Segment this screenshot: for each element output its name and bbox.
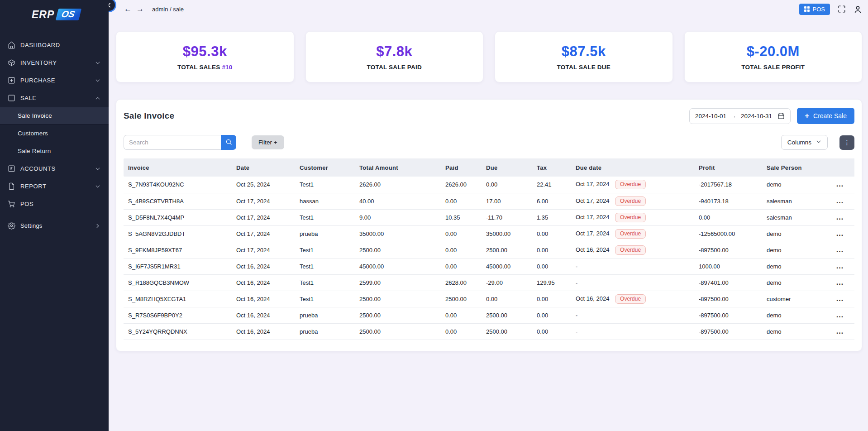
cell-due: 2500.00 — [484, 323, 535, 340]
row-actions-button[interactable]: … — [836, 180, 844, 188]
page-title: Sale Invoice — [124, 111, 174, 121]
row-actions-button[interactable]: … — [836, 294, 844, 303]
row-actions-button[interactable]: … — [836, 278, 844, 287]
stat-label: TOTAL SALE PROFIT — [741, 64, 805, 71]
row-actions-button[interactable]: … — [836, 311, 844, 319]
forward-arrow-icon[interactable]: → — [136, 5, 144, 14]
column-header: Total Amount — [358, 158, 444, 177]
sidebar-item-purchase[interactable]: PURCHASE — [0, 72, 109, 89]
cell-due: 35000.00 — [484, 225, 535, 242]
column-header: Customer — [298, 158, 358, 177]
gear-icon — [8, 222, 15, 230]
row-actions-button[interactable]: … — [836, 213, 844, 221]
sidebar-item-inventory[interactable]: INVENTORY — [0, 54, 109, 72]
topbar: ← → admin / sale POS — [109, 0, 868, 18]
overdue-badge: Overdue — [615, 180, 646, 189]
sidebar-item-pos[interactable]: POS — [0, 195, 109, 213]
cell-profit: -897500.00 — [697, 242, 765, 258]
cell-tax: 1.35 — [535, 209, 574, 225]
cell-actions: … — [824, 177, 854, 193]
brand-logo[interactable]: ERP OS — [0, 0, 109, 29]
search-icon — [225, 139, 232, 147]
panel-header: Sale Invoice 2024-10-01 → 2024-10-31 + C… — [124, 108, 854, 124]
due-date-text: Oct 16, 2024 — [576, 246, 609, 253]
cell-customer: prueba — [298, 307, 358, 323]
sidebar-item-report[interactable]: REPORT — [0, 177, 109, 195]
search-input[interactable] — [124, 135, 221, 150]
table-toolbar: Filter + Columns ⋮ — [124, 135, 854, 150]
column-header: Due date — [574, 158, 697, 177]
cell-total-amount: 2626.00 — [358, 177, 444, 193]
cell-profit: 1000.00 — [697, 258, 765, 274]
row-actions-button[interactable]: … — [836, 262, 844, 270]
sidebar-subitem-sale-return[interactable]: Sale Return — [0, 142, 109, 160]
cell-profit: -897401.00 — [697, 274, 765, 291]
cell-total-amount: 2500.00 — [358, 307, 444, 323]
cell-due: 2500.00 — [484, 307, 535, 323]
cell-invoice: S_5AGN8V2GJDBDT — [124, 225, 234, 242]
invoice-table: InvoiceDateCustomerTotal AmountPaidDueTa… — [124, 158, 854, 340]
sidebar-item-sale[interactable]: SALE — [0, 89, 109, 107]
filter-button[interactable]: Filter + — [252, 135, 284, 149]
columns-dropdown[interactable]: Columns — [781, 135, 828, 150]
cell-sale-person: demo — [765, 323, 824, 340]
cell-paid: 0.00 — [444, 258, 484, 274]
pos-button-label: POS — [813, 6, 825, 13]
cell-actions: … — [824, 291, 854, 307]
column-header: Due — [484, 158, 535, 177]
sidebar-item-dashboard[interactable]: DASHBOARD — [0, 36, 109, 54]
cell-due: 2500.00 — [484, 242, 535, 258]
sidebar-item-settings[interactable]: Settings — [0, 217, 109, 235]
cell-invoice: S_R188GQCB3NMOW — [124, 274, 234, 291]
cell-paid: 0.00 — [444, 225, 484, 242]
back-arrow-icon[interactable]: ← — [124, 5, 132, 14]
fullscreen-icon[interactable] — [838, 5, 846, 13]
stat-value: $87.5k — [562, 43, 606, 60]
stat-card-total-sales: $95.3k TOTAL SALES #10 — [116, 31, 294, 82]
grid-icon — [804, 6, 810, 12]
row-actions-button[interactable]: … — [836, 229, 844, 238]
row-actions-button[interactable]: … — [836, 245, 844, 254]
sidebar-item-accounts[interactable]: ACCOUNTS — [0, 160, 109, 177]
kebab-icon: ⋮ — [844, 139, 850, 146]
row-actions-button[interactable]: … — [836, 327, 844, 335]
cell-profit: -897500.00 — [697, 307, 765, 323]
date-to[interactable]: 2024-10-31 — [741, 113, 772, 120]
user-icon[interactable] — [854, 5, 862, 14]
cell-customer: Test1 — [298, 258, 358, 274]
create-sale-button[interactable]: + Create Sale — [797, 108, 854, 124]
cell-actions: … — [824, 242, 854, 258]
column-header: Invoice — [124, 158, 234, 177]
sidebar-subitem-customers[interactable]: Customers — [0, 125, 109, 142]
table-row: S_5AGN8V2GJDBDT Oct 17, 2024 prueba 3500… — [124, 225, 854, 242]
date-range-picker[interactable]: 2024-10-01 → 2024-10-31 — [689, 108, 791, 124]
cell-tax: 0.00 — [535, 323, 574, 340]
sidebar-subitem-sale-invoice[interactable]: Sale Invoice — [0, 107, 109, 125]
cell-invoice: S_9EKM8JP59XT67 — [124, 242, 234, 258]
cell-total-amount: 2500.00 — [358, 291, 444, 307]
table-row: S_I6F7JS5R1MR31 Oct 16, 2024 Test1 45000… — [124, 258, 854, 274]
main-area: ← → admin / sale POS $95.3k — [109, 0, 868, 431]
search-button[interactable] — [221, 135, 236, 150]
cell-total-amount: 9.00 — [358, 209, 444, 225]
cell-date: Oct 17, 2024 — [234, 242, 298, 258]
date-from[interactable]: 2024-10-01 — [695, 113, 726, 120]
cell-actions: … — [824, 225, 854, 242]
overdue-badge: Overdue — [615, 245, 646, 255]
row-actions-button[interactable]: … — [836, 196, 844, 205]
cell-profit: -2017567.18 — [697, 177, 765, 193]
cell-due: -11.70 — [484, 209, 535, 225]
cell-paid: 2500.00 — [444, 291, 484, 307]
create-sale-label: Create Sale — [813, 112, 847, 120]
pos-button[interactable]: POS — [799, 4, 830, 15]
cell-actions: … — [824, 274, 854, 291]
stat-value: $7.8k — [376, 43, 412, 60]
home-icon — [8, 41, 15, 49]
cell-date: Oct 17, 2024 — [234, 209, 298, 225]
table-menu-button[interactable]: ⋮ — [839, 135, 854, 150]
chevron-up-icon — [95, 96, 100, 101]
stat-value: $-20.0M — [747, 43, 800, 60]
cell-tax: 0.00 — [535, 242, 574, 258]
cell-sale-person: customer — [765, 291, 824, 307]
chevron-down-icon — [95, 166, 100, 172]
